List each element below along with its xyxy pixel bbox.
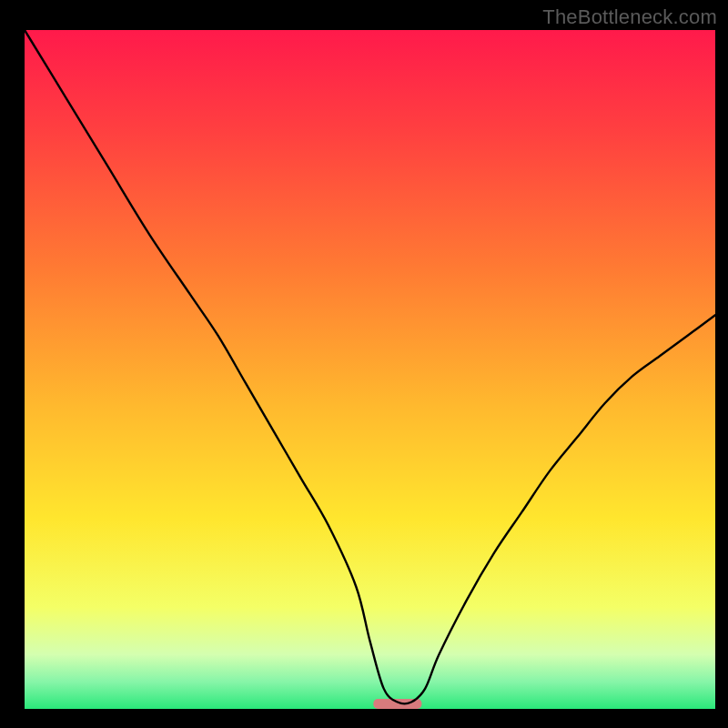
gradient-background <box>25 30 715 709</box>
bottleneck-chart <box>0 0 728 728</box>
chart-container: TheBottleneck.com <box>0 0 728 728</box>
watermark-text: TheBottleneck.com <box>542 5 717 29</box>
